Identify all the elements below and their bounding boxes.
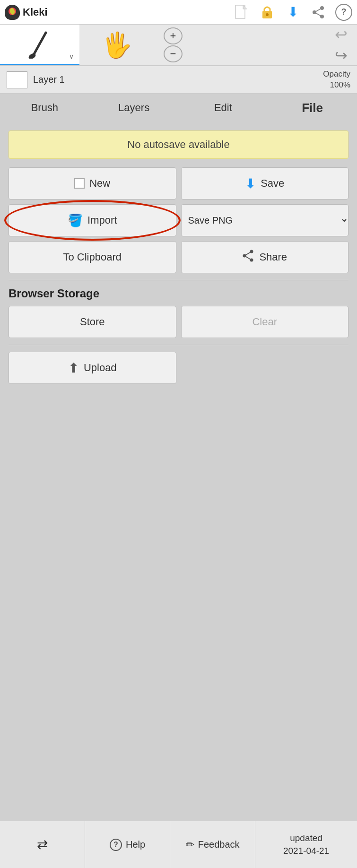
layer-thumbnail bbox=[7, 71, 27, 88]
share-file-icon bbox=[242, 250, 254, 265]
tabs: Brush Layers Edit File bbox=[0, 94, 357, 122]
kleki-logo-icon bbox=[5, 5, 20, 20]
undo-button[interactable]: ↩ bbox=[335, 26, 348, 43]
save-format-select[interactable]: Save PNG Save JPG Save WebP bbox=[181, 204, 349, 236]
tab-brush[interactable]: Brush bbox=[0, 94, 89, 122]
zoom-tools: + − bbox=[154, 25, 192, 65]
share-button[interactable]: Share bbox=[181, 241, 349, 273]
to-clipboard-button[interactable]: To Clipboard bbox=[9, 241, 176, 273]
top-icons: ⬇ ? bbox=[233, 4, 352, 21]
app-title: Kleki bbox=[23, 6, 48, 18]
updated-info: updated2021-04-21 bbox=[255, 821, 357, 868]
upload-button[interactable]: ⬆ Upload bbox=[9, 352, 176, 384]
save-button[interactable]: ⬇ Save bbox=[181, 167, 349, 200]
svg-line-9 bbox=[314, 8, 322, 12]
help-icon: ? bbox=[110, 839, 122, 851]
layer-name: Layer 1 bbox=[33, 74, 65, 85]
svg-line-17 bbox=[244, 256, 252, 260]
browser-storage-title: Browser Storage bbox=[9, 287, 348, 300]
bottom-bar: ⇄ ? Help ✏ Feedback updated2021-04-21 bbox=[0, 821, 357, 868]
divider-2 bbox=[9, 345, 348, 345]
lock-icon[interactable] bbox=[259, 4, 276, 21]
file-panel: No autosave available New ⬇ Save 🪣 Impor… bbox=[0, 122, 357, 392]
swap-icon: ⇄ bbox=[37, 837, 48, 852]
feedback-icon: ✏ bbox=[186, 839, 194, 851]
layer-bar: Layer 1 Opacity100% bbox=[0, 66, 357, 94]
help-label: Help bbox=[126, 839, 145, 850]
import-icon: 🪣 bbox=[68, 213, 83, 228]
clear-button[interactable]: Clear bbox=[181, 306, 349, 338]
opacity-text: Opacity100% bbox=[323, 69, 350, 89]
new-label: New bbox=[89, 177, 110, 190]
storage-buttons-row: Store Clear bbox=[9, 306, 348, 338]
autosave-notice: No autosave available bbox=[9, 130, 348, 159]
file-buttons-row2: 🪣 Import Save PNG Save JPG Save WebP bbox=[9, 204, 348, 236]
redo-button[interactable]: ↪ bbox=[335, 46, 348, 64]
file-buttons-row3: To Clipboard Share bbox=[9, 241, 348, 273]
new-button[interactable]: New bbox=[9, 167, 176, 200]
svg-line-11 bbox=[34, 33, 46, 55]
brush-chevron: ∨ bbox=[69, 52, 74, 60]
tab-layers[interactable]: Layers bbox=[89, 94, 179, 122]
store-button[interactable]: Store bbox=[9, 306, 176, 338]
brush-tool[interactable]: ∨ bbox=[0, 25, 79, 65]
download-icon[interactable]: ⬇ bbox=[284, 4, 301, 21]
hand-tool[interactable]: 🖐 bbox=[79, 25, 154, 65]
undo-redo-tools: ↩ ↪ bbox=[335, 25, 357, 65]
hand-icon: 🖐 bbox=[102, 31, 132, 60]
upload-icon: ⬆ bbox=[68, 360, 79, 376]
help-button[interactable]: ? Help bbox=[85, 821, 170, 868]
app-logo: Kleki bbox=[5, 5, 48, 20]
help-circle-icon[interactable]: ? bbox=[335, 4, 352, 21]
feedback-button[interactable]: ✏ Feedback bbox=[170, 821, 255, 868]
svg-point-5 bbox=[266, 13, 269, 16]
svg-line-10 bbox=[314, 12, 322, 17]
feedback-label: Feedback bbox=[198, 839, 240, 850]
clipboard-label: To Clipboard bbox=[63, 251, 122, 263]
tab-file[interactable]: File bbox=[268, 94, 357, 122]
save-label: Save bbox=[261, 177, 284, 190]
clear-label: Clear bbox=[252, 316, 277, 328]
autosave-text: No autosave available bbox=[127, 139, 229, 150]
tab-edit[interactable]: Edit bbox=[179, 94, 268, 122]
file-buttons-row1: New ⬇ Save bbox=[9, 167, 348, 200]
upload-label: Upload bbox=[84, 362, 117, 374]
svg-line-16 bbox=[244, 252, 252, 256]
opacity-label: Opacity100% bbox=[323, 69, 350, 90]
import-button[interactable]: 🪣 Import bbox=[9, 204, 176, 236]
updated-text: updated2021-04-21 bbox=[283, 832, 329, 857]
new-file-icon[interactable] bbox=[233, 4, 250, 21]
new-checkbox-icon bbox=[74, 178, 85, 189]
toolbar: ∨ 🖐 + − ↩ ↪ bbox=[0, 25, 357, 66]
save-icon: ⬇ bbox=[245, 176, 256, 191]
top-bar: Kleki ⬇ ? bbox=[0, 0, 357, 25]
zoom-in-button[interactable]: + bbox=[164, 27, 183, 44]
undo-redo-bottom[interactable]: ⇄ bbox=[0, 821, 85, 868]
zoom-out-button[interactable]: − bbox=[164, 45, 183, 62]
share-label: Share bbox=[259, 251, 287, 263]
import-label: Import bbox=[87, 214, 117, 226]
store-label: Store bbox=[80, 316, 105, 328]
share-icon[interactable] bbox=[310, 4, 327, 21]
divider-1 bbox=[9, 280, 348, 280]
